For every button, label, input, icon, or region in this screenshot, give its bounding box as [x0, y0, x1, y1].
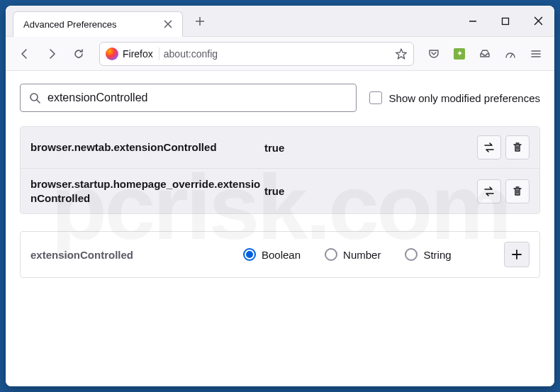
- row-actions: [477, 135, 530, 159]
- url-address: about:config: [164, 48, 218, 60]
- about-config-content: Show only modified preferences browser.n…: [6, 71, 554, 386]
- maximize-button[interactable]: [489, 6, 522, 36]
- new-preference-row: extensionControlled Boolean Number Strin…: [20, 231, 540, 278]
- bookmark-star-icon[interactable]: [395, 47, 408, 60]
- search-icon: [29, 92, 40, 103]
- type-radio-group: Boolean Number String: [243, 248, 504, 261]
- checkbox-icon: [369, 91, 382, 104]
- url-brand-label: Firefox: [123, 48, 153, 60]
- browser-window: Advanced Preferences: [6, 6, 554, 386]
- reload-button[interactable]: [67, 42, 91, 66]
- back-button[interactable]: [13, 42, 37, 66]
- firefox-logo-icon: [106, 47, 118, 60]
- radio-icon: [325, 248, 337, 261]
- radio-icon: [243, 248, 256, 261]
- search-input[interactable]: [47, 91, 347, 104]
- new-preference-name: extensionControlled: [30, 249, 243, 261]
- delete-button[interactable]: [505, 179, 530, 203]
- search-row: Show only modified preferences: [20, 84, 540, 112]
- titlebar: Advanced Preferences: [6, 6, 554, 37]
- preference-row[interactable]: browser.startup.homepage_override.extens…: [21, 168, 539, 213]
- search-box[interactable]: [20, 84, 357, 112]
- radio-label: String: [423, 249, 451, 261]
- url-bar[interactable]: Firefox about:config: [99, 42, 414, 66]
- svg-rect-0: [503, 18, 509, 24]
- close-icon[interactable]: [161, 17, 175, 31]
- tab-title: Advanced Preferences: [23, 19, 117, 30]
- new-tab-button[interactable]: [189, 10, 211, 33]
- minimize-button[interactable]: [457, 6, 489, 36]
- radio-boolean[interactable]: Boolean: [243, 248, 301, 261]
- window-controls: [457, 6, 554, 36]
- radio-icon: [405, 248, 418, 261]
- preference-row[interactable]: browser.newtab.extensionControlled true: [21, 127, 539, 168]
- preference-list: browser.newtab.extensionControlled true …: [20, 126, 540, 214]
- tab-active[interactable]: Advanced Preferences: [13, 11, 183, 37]
- nav-toolbar: Firefox about:config ✦: [6, 37, 554, 71]
- delete-button[interactable]: [505, 135, 530, 159]
- radio-label: Boolean: [262, 249, 301, 261]
- preference-value: true: [264, 142, 477, 154]
- inbox-icon[interactable]: [474, 43, 496, 65]
- url-identity: Firefox: [106, 47, 159, 60]
- modified-only-toggle[interactable]: Show only modified preferences: [369, 91, 540, 104]
- forward-button[interactable]: [40, 42, 64, 66]
- dashboard-icon[interactable]: [499, 43, 522, 65]
- radio-label: Number: [343, 249, 381, 261]
- pocket-icon[interactable]: [422, 43, 445, 65]
- extension-icon[interactable]: ✦: [448, 43, 471, 65]
- menu-icon[interactable]: [525, 43, 547, 65]
- radio-number[interactable]: Number: [325, 248, 381, 261]
- close-window-button[interactable]: [522, 6, 554, 36]
- modified-only-label: Show only modified preferences: [389, 92, 540, 104]
- radio-string[interactable]: String: [405, 248, 451, 261]
- add-preference-button[interactable]: [504, 242, 530, 267]
- preference-value: true: [264, 185, 477, 197]
- preference-name: browser.startup.homepage_override.extens…: [30, 177, 264, 205]
- toggle-button[interactable]: [477, 179, 501, 203]
- toolbar-icons: ✦: [422, 43, 547, 65]
- preference-name: browser.newtab.extensionControlled: [30, 140, 264, 155]
- row-actions: [477, 179, 530, 203]
- toggle-button[interactable]: [477, 135, 501, 159]
